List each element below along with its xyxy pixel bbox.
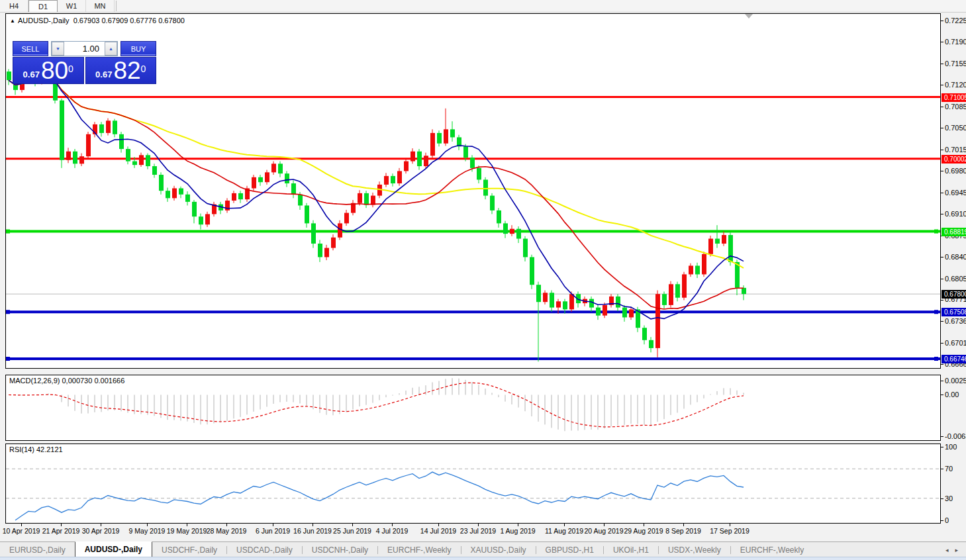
rsi-canvas[interactable]	[6, 444, 940, 523]
candle	[450, 129, 455, 137]
ma-medium-red	[9, 78, 744, 309]
candle	[265, 172, 269, 182]
timeframe-button-mn[interactable]: MN	[86, 0, 115, 12]
candle	[66, 152, 71, 160]
date-tick	[518, 524, 518, 526]
price-tick-label: 0.68400	[945, 253, 966, 261]
candle	[596, 308, 601, 316]
price-tick	[940, 193, 943, 193]
symbol-tab-ukoil-h1[interactable]: UKOil-,H1	[604, 542, 658, 557]
volume-value[interactable]: 1.00	[64, 42, 105, 56]
rsi-tick	[940, 469, 943, 469]
candle	[324, 248, 329, 257]
symbol-tab-eurchf-weekly[interactable]: EURCHF-,Weekly	[378, 542, 460, 557]
timeframe-button-w1[interactable]: W1	[58, 0, 86, 12]
volume-increase-button[interactable]: ▲	[105, 42, 117, 56]
price-tick-label: 0.67010	[945, 339, 966, 347]
symbol-tab-usdcad-daily[interactable]: USDCAD-,Daily	[227, 542, 302, 557]
symbol-tab-usdchf-daily[interactable]: USDCHF-,Daily	[152, 542, 226, 557]
date-axis[interactable]: 10 Apr 201921 Apr 201930 Apr 20199 May 2…	[5, 524, 941, 541]
symbol-tab-audusd-daily[interactable]: AUDUSD-,Daily	[75, 541, 152, 557]
collapse-arrow-icon[interactable]: ▲	[10, 18, 15, 24]
symbol-tab-eurchf-weekly[interactable]: EURCHF-,Weekly	[731, 542, 813, 557]
date-tick	[61, 524, 62, 526]
candle	[411, 152, 415, 162]
date-tick-label: 9 May 2019	[129, 527, 166, 535]
price-level-badge-0.68819: 0.68819	[942, 228, 966, 236]
symbol-tab-xauusd-daily[interactable]: XAUUSD-,Daily	[461, 542, 536, 557]
macd-tick	[940, 395, 943, 395]
date-tick	[147, 524, 148, 526]
price-axis[interactable]: 0.722500.719000.715500.712000.708500.705…	[942, 12, 966, 541]
candle	[490, 196, 495, 210]
symbol-tab-eurusd-daily[interactable]: EURUSD-,Daily	[0, 542, 75, 557]
volume-decrease-button[interactable]: ▼	[52, 42, 64, 56]
date-tick-label: 11 Aug 2019	[545, 527, 583, 535]
status-bar	[0, 557, 966, 560]
price-tick	[940, 279, 943, 279]
price-tick	[940, 171, 943, 171]
tab-scroll-right-icon[interactable]: ▸	[955, 547, 958, 553]
date-tick	[683, 524, 684, 526]
date-tick	[564, 524, 565, 526]
symbol-tab-usdx-weekly[interactable]: USDX-,Weekly	[659, 542, 730, 557]
date-tick-label: 8 Sep 2019	[665, 527, 701, 535]
date-tick	[226, 524, 227, 526]
price-tick	[940, 85, 943, 85]
symbol-tab-usdcnh-daily[interactable]: USDCNH-,Daily	[303, 542, 377, 557]
candle	[152, 166, 157, 175]
sell-price-display[interactable]: 0.67 80 0	[13, 57, 84, 84]
candle	[682, 274, 687, 297]
rsi-tick-label: 30	[945, 494, 953, 502]
candle	[119, 134, 124, 149]
candle	[669, 284, 673, 305]
price-tick-label: 0.69100	[945, 210, 966, 218]
price-tick	[940, 343, 943, 344]
candle	[199, 216, 203, 224]
candle	[232, 193, 236, 201]
mt4-terminal-window: { "toolbar": { "timeframes": [ {"label":…	[0, 0, 966, 560]
symbol-tab-gbpusd-h1[interactable]: GBPUSD-,H1	[536, 542, 603, 557]
candle	[384, 176, 389, 185]
rsi-indicator-panel[interactable]: RSI(14) 42.2121	[5, 443, 941, 524]
price-chart-panel[interactable]: ▲AUDUSD-,Daily 0.67903 0.67909 0.67776 0…	[5, 13, 941, 369]
tab-scroll-left-icon[interactable]: ◂	[945, 547, 949, 553]
rsi-tick	[940, 447, 943, 447]
price-tick	[940, 364, 943, 365]
candle	[371, 196, 375, 205]
price-level-badge-0.71005: 0.71005	[942, 93, 966, 102]
timeframe-button-d1[interactable]: D1	[28, 0, 58, 12]
candle	[655, 294, 660, 348]
candle	[404, 162, 409, 171]
price-level-badge-0.66746: 0.66746	[942, 355, 966, 363]
candle	[437, 133, 442, 144]
candle	[113, 120, 117, 134]
candle	[530, 257, 534, 285]
macd-indicator-panel[interactable]: MACD(12,26,9) 0,000730 0.001666	[5, 375, 941, 441]
candle	[417, 152, 422, 166]
candle	[73, 152, 77, 164]
candle	[742, 288, 746, 294]
price-tick	[940, 128, 943, 128]
price-tick	[940, 257, 943, 257]
buy-price-display[interactable]: 0.67 82 0	[85, 57, 157, 84]
macd-tick-label: -0.00632	[945, 432, 966, 440]
macd-tick	[940, 381, 943, 381]
candle	[305, 205, 309, 223]
price-tick-label: 0.70850	[945, 103, 966, 111]
candle	[331, 238, 336, 248]
buy-button[interactable]: BUY	[121, 41, 156, 56]
sell-button[interactable]: SELL	[13, 41, 48, 56]
candle	[516, 229, 521, 239]
candle	[278, 163, 283, 173]
date-tick-label: 1 Aug 2019	[500, 527, 535, 535]
chart-shift-marker-icon[interactable]	[745, 14, 753, 19]
symbol-tab-bar: EURUSD-,DailyAUDUSD-,DailyUSDCHF-,DailyU…	[0, 541, 966, 557]
macd-canvas[interactable]	[6, 375, 940, 440]
candle	[311, 223, 316, 244]
date-tick-label: 21 Apr 2019	[42, 527, 80, 535]
candle	[344, 213, 349, 224]
timeframe-button-h4[interactable]: H4	[0, 0, 28, 12]
price-tick-label: 0.72250	[945, 17, 966, 24]
candle	[397, 171, 402, 183]
